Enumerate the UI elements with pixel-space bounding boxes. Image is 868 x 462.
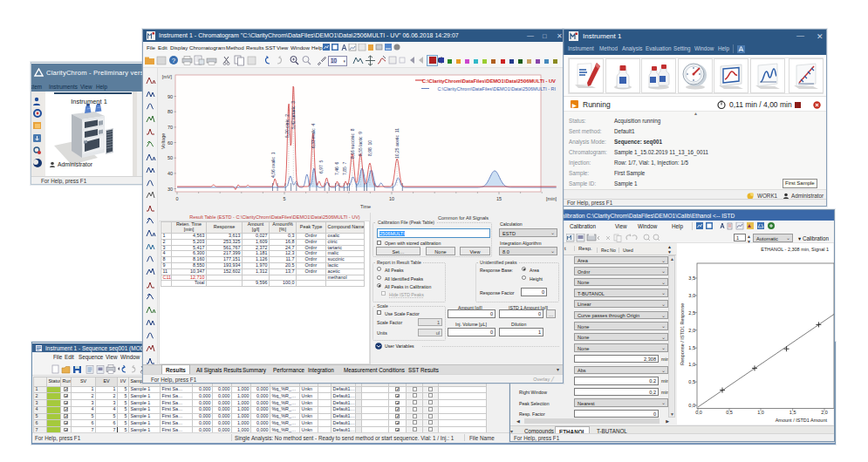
svg-text:10,25 acetic 11: 10,25 acetic 11 bbox=[394, 128, 400, 159]
svg-text:3,5: 3,5 bbox=[688, 275, 695, 281]
svg-text:3,0: 3,0 bbox=[688, 293, 695, 298]
svg-text:Time: Time bbox=[360, 204, 371, 209]
svg-text:8,16 succinic 8: 8,16 succinic 8 bbox=[350, 128, 355, 159]
svg-text:7,46 6: 7,46 6 bbox=[334, 161, 339, 175]
svg-text:80: 80 bbox=[167, 109, 173, 114]
svg-text:0,5: 0,5 bbox=[688, 379, 695, 384]
svg-text:C:\ClarityChrom\DataFiles\DEMO: C:\ClarityChrom\DataFiles\DEMO1\Data\250… bbox=[422, 78, 556, 84]
svg-text:90: 90 bbox=[167, 94, 173, 99]
svg-text:6,33 malic 4: 6,33 malic 4 bbox=[311, 123, 316, 148]
svg-text:?: ? bbox=[172, 57, 176, 65]
svg-text:0,0: 0,0 bbox=[688, 403, 695, 408]
svg-text:0: 0 bbox=[175, 196, 178, 201]
svg-text:4,56 oxalic 1: 4,56 oxalic 1 bbox=[270, 152, 276, 178]
svg-text:5: 5 bbox=[283, 196, 285, 201]
svg-text:5,20 citric 2: 5,20 citric 2 bbox=[284, 114, 290, 138]
svg-text:[min]: [min] bbox=[546, 196, 557, 201]
svg-text:70: 70 bbox=[167, 125, 173, 130]
svg-text:6,97 5: 6,97 5 bbox=[318, 160, 324, 173]
svg-text:2,0: 2,0 bbox=[688, 328, 695, 333]
svg-text:10: 10 bbox=[389, 196, 394, 201]
svg-text:8,55 lactic 9: 8,55 lactic 9 bbox=[358, 132, 363, 156]
svg-text:8,98 10: 8,98 10 bbox=[367, 140, 372, 156]
svg-text:ETHANOL - 2,308 min, Signal 1: ETHANOL - 2,308 min, Signal 1 bbox=[761, 247, 829, 252]
svg-text:0,0: 0,0 bbox=[695, 410, 702, 415]
svg-text:60: 60 bbox=[167, 140, 173, 146]
svg-text:Voltage: Voltage bbox=[161, 133, 166, 149]
svg-text:C:\ClarityChrom\DataFiles\DEMO: C:\ClarityChrom\DataFiles\DEMO1\Data\250… bbox=[437, 86, 556, 92]
svg-text:1,5: 1,5 bbox=[688, 345, 695, 350]
svg-text:2,5: 2,5 bbox=[688, 310, 695, 316]
svg-text:7,85 7: 7,85 7 bbox=[342, 161, 347, 175]
svg-text:40: 40 bbox=[167, 171, 173, 176]
svg-text:15: 15 bbox=[496, 196, 502, 201]
svg-text:5,42 tartaric 3: 5,42 tartaric 3 bbox=[290, 101, 296, 129]
svg-text:Response / ISTD1 Response: Response / ISTD1 Response bbox=[680, 303, 685, 365]
svg-text:1,0: 1,0 bbox=[688, 362, 695, 367]
svg-text:30: 30 bbox=[167, 187, 173, 192]
svg-text:[mV]: [mV] bbox=[162, 74, 173, 79]
svg-text:Amount / ISTD1 Amount: Amount / ISTD1 Amount bbox=[776, 418, 828, 423]
svg-text:50: 50 bbox=[167, 155, 173, 160]
